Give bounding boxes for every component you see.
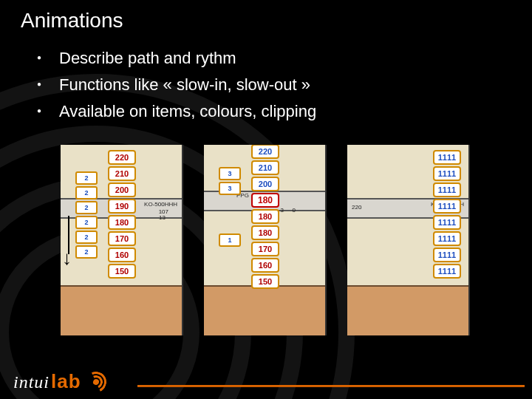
bullet-item: Available on items, colours, clipping xyxy=(59,102,316,121)
brand-logo: intui lab xyxy=(13,370,106,393)
bullet-item: Describe path and rythm xyxy=(59,49,316,68)
footer-rule xyxy=(137,385,525,387)
panel-3-ground xyxy=(347,285,468,335)
demo-panels: KO-500HHH 107 13 220 210 200 190 180 170… xyxy=(61,145,470,335)
panel-2-main-stack: 220 210 200 180 180 180 170 160 150 xyxy=(250,145,281,290)
logo-text-left: intui xyxy=(13,372,50,392)
down-arrow-icon: ↓ xyxy=(62,247,72,270)
logo-text-right: lab xyxy=(51,370,81,393)
bullet-item: Functions like « slow-in, slow-out » xyxy=(59,75,316,95)
panel-1: KO-500HHH 107 13 220 210 200 190 180 170… xyxy=(61,145,183,335)
panel-2-ground xyxy=(204,285,325,335)
panel-3: 220 KO-500HHH 121 13 1111 1111 1111 1111… xyxy=(347,145,470,335)
bullet-list: Describe path and rythm Functions like «… xyxy=(30,41,316,129)
panel-3-main-stack: 1111 1111 1111 1111 1111 1111 1111 1111 xyxy=(432,149,463,279)
footer: intui lab xyxy=(0,365,532,399)
swirl-icon xyxy=(86,372,106,392)
panel-1-main-stack: 220 210 200 190 180 170 160 150 xyxy=(106,149,137,279)
panel-2: PPG 3 0 220 210 200 180 180 180 170 160 … xyxy=(204,145,327,335)
panel-1-ground xyxy=(61,285,182,335)
slide-title: Animations xyxy=(21,9,123,33)
